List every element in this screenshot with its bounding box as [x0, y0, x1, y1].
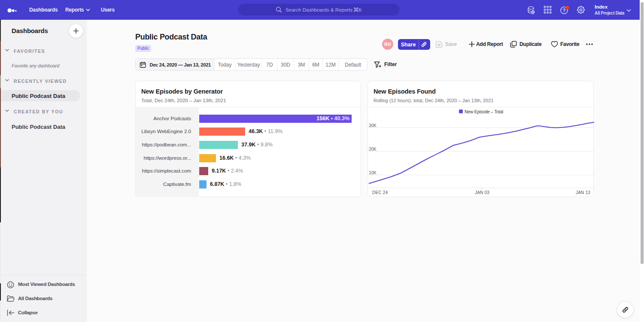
svg-text:?: ?	[562, 8, 565, 13]
